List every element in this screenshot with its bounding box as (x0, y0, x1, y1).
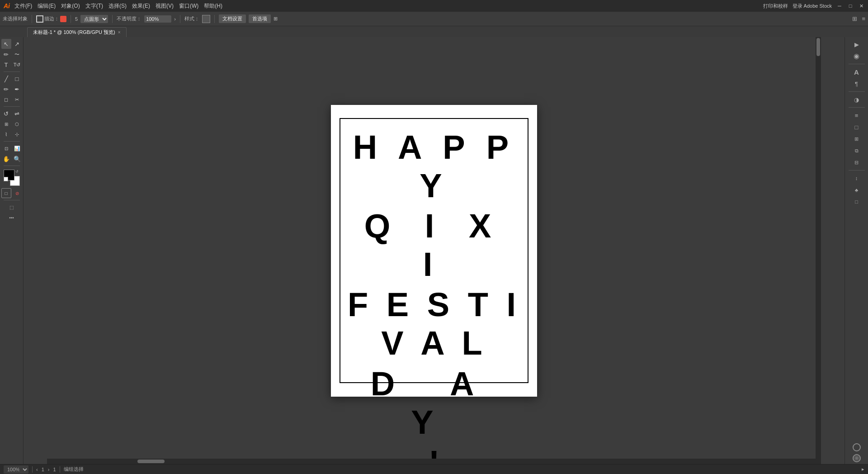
panel-btn-half-circle[interactable]: ◑ (851, 94, 862, 105)
panel-btn-align[interactable]: ≡ (851, 110, 862, 121)
tab-bar: 未标题-1 * @ 100% (RGB/GPU 预览) × (0, 26, 868, 37)
stroke-color-swatch[interactable] (60, 16, 66, 22)
touch-type-tool[interactable]: T↺ (12, 60, 22, 70)
arrange-icon[interactable]: ⊞ (274, 16, 278, 22)
panel-btn-artboards[interactable]: □ (851, 196, 862, 207)
panels-collapse-icon[interactable]: ≡ (862, 15, 865, 22)
swap-colors-mini[interactable] (4, 177, 8, 181)
panel-btn-cc-libraries[interactable]: ⊟ (851, 157, 862, 168)
stroke-color-box[interactable] (36, 15, 43, 23)
artboard-tool[interactable]: ⬚ (7, 202, 17, 212)
panel-btn-layers[interactable]: ⧉ (851, 145, 862, 156)
menu-view[interactable]: 视图(V) (156, 2, 174, 10)
eraser-tool[interactable]: ◻ (1, 95, 11, 104)
stroke-control[interactable]: 描边： (36, 15, 66, 23)
scrollbar-thumb-v[interactable] (816, 38, 820, 56)
page-next-btn[interactable]: › (48, 467, 50, 472)
shear-tool[interactable]: ⬡ (12, 119, 22, 129)
opacity-arrow: › (174, 16, 176, 22)
menu-object[interactable]: 对象(O) (61, 2, 80, 10)
style-swatch[interactable] (202, 15, 210, 23)
tool-row-select: ↖ ↗ (1, 39, 22, 49)
tab-close-button[interactable]: × (118, 30, 121, 35)
canvas-area[interactable]: H A P P Y Q I X I F E S T I V A L D A Y … (24, 37, 844, 464)
direct-selection-tool[interactable]: ↗ (12, 39, 22, 49)
app-logo: Ai (4, 2, 10, 9)
reflect-tool[interactable]: ⇌ (12, 109, 22, 118)
toolbar-sep-4 (180, 15, 180, 23)
zoom-select[interactable]: 100% (4, 465, 28, 474)
doc-settings-button[interactable]: 文档设置 (219, 14, 246, 23)
hand-tool[interactable]: ✋ (1, 154, 11, 164)
title-bar: Ai 文件(F) 编辑(E) 对象(O) 文字(T) 选择(S) 效果(E) 视… (0, 0, 868, 12)
panel-btn-transform[interactable]: □ (851, 122, 862, 133)
line-tool[interactable]: ╱ (1, 74, 11, 84)
panel-btn-pathfinder[interactable]: ⊞ (851, 133, 862, 144)
rpanel-sep-2 (849, 91, 865, 92)
scrollbar-thumb-h[interactable] (137, 460, 165, 463)
rotate-tool[interactable]: ↺ (1, 109, 11, 118)
artboard-info: ▸ (862, 466, 864, 472)
selection-tool[interactable]: ↖ (1, 39, 11, 49)
tool-sep-3 (4, 141, 20, 142)
scrollbar-horizontal[interactable] (47, 459, 816, 464)
restore-button[interactable]: □ (847, 3, 854, 9)
normal-fill-btn[interactable]: □ (1, 188, 11, 198)
toolbar-sep-2 (71, 15, 71, 23)
opacity-label: 不透明度： (117, 15, 142, 22)
color-swatches[interactable]: ↺ (4, 170, 20, 186)
menu-text[interactable]: 文字(T) (85, 2, 103, 10)
menu-effect[interactable]: 效果(E) (132, 2, 150, 10)
user-label: 登录 Adobe Stock (793, 3, 832, 9)
scrollbar-vertical[interactable] (816, 37, 821, 464)
status-sep-2 (60, 466, 60, 473)
minimize-button[interactable]: ─ (836, 3, 843, 9)
panel-btn-export[interactable]: ↕ (851, 173, 862, 184)
rpanel-sep-1 (849, 64, 865, 64)
warp-tool[interactable]: ⌇ (1, 129, 11, 139)
page-prev-btn[interactable]: ‹ (36, 467, 38, 472)
width-tool[interactable]: ⊹ (12, 129, 22, 139)
menu-select[interactable]: 选择(S) (108, 2, 127, 10)
pencil-tool[interactable]: ✒ (12, 84, 22, 94)
tool-row-scale: ⊞ ⬡ (1, 119, 22, 129)
free-transform-tool[interactable]: ⊡ (1, 143, 11, 153)
status-sep-1 (32, 466, 33, 473)
close-button[interactable]: ✕ (858, 3, 864, 9)
menu-help[interactable]: 帮助(H) (204, 2, 222, 10)
zoom-tool[interactable]: 🔍 (12, 154, 22, 164)
no-fill-btn[interactable]: ⊘ (12, 188, 22, 198)
menu-edit[interactable]: 编辑(E) (38, 2, 56, 10)
tool-row-rotate: ↺ ⇌ (1, 109, 22, 118)
status-text: 编组选择 (64, 466, 84, 473)
text-tool[interactable]: T (1, 60, 11, 70)
menu-file[interactable]: 文件(F) (14, 2, 32, 10)
tool-row-line: ╱ □ (1, 74, 22, 84)
document-tab[interactable]: 未标题-1 * @ 100% (RGB/GPU 预览) × (27, 27, 127, 37)
default-colors-icon[interactable]: ↺ (15, 170, 20, 174)
paintbrush-tool[interactable]: ✏ (1, 84, 11, 94)
rect-tool[interactable]: □ (12, 74, 22, 84)
stroke-shape-select[interactable]: 点圆形 (80, 15, 108, 23)
scissors-tool[interactable]: ✂ (12, 95, 22, 104)
panel-btn-char[interactable]: A (851, 66, 862, 77)
panel-btn-play[interactable]: ▶ (851, 39, 862, 50)
panel-btn-appearance[interactable]: ◉ (851, 51, 862, 62)
more-tools-button[interactable]: ••• (7, 213, 17, 223)
opacity-input[interactable] (144, 15, 171, 23)
poster-line-2: Q I X I (345, 207, 523, 284)
graph-tool[interactable]: 📊 (12, 143, 22, 153)
options-toolbar: 未选择对象 描边： 5 点圆形 不透明度： › 样式： 文档设置 首选项 ⊞ ⊞… (0, 12, 868, 26)
tool-sep-2 (4, 106, 20, 107)
panels-toggle-icon[interactable]: ⊞ (852, 15, 857, 22)
preferences-button[interactable]: 首选项 (249, 14, 271, 23)
artboard-inner: H A P P Y Q I X I F E S T I V A L D A Y … (340, 118, 528, 383)
menu-bar[interactable]: 文件(F) 编辑(E) 对象(O) 文字(T) 选择(S) 效果(E) 视图(V… (14, 2, 761, 10)
panel-circle-1 (853, 443, 861, 451)
menu-window[interactable]: 窗口(W) (179, 2, 198, 10)
scale-tool[interactable]: ⊞ (1, 119, 11, 129)
panel-btn-para[interactable]: ¶ (851, 78, 862, 89)
pen-tool[interactable]: ✏ (1, 49, 11, 59)
panel-btn-symbols[interactable]: ♣ (851, 185, 862, 195)
curvature-tool[interactable]: 〜 (12, 49, 22, 59)
